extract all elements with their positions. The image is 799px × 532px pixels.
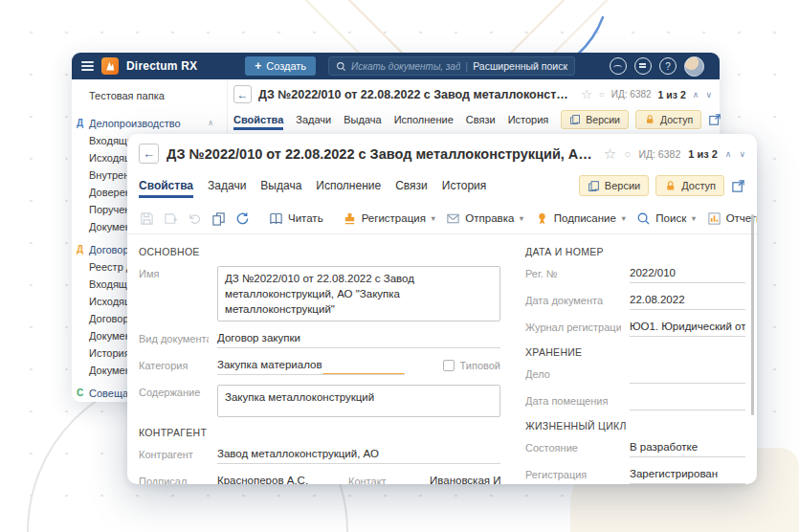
typical-checkbox[interactable]: Типовой (413, 358, 500, 371)
chevron-up-icon[interactable]: ∧ (208, 115, 213, 132)
app-title: Directum RX (126, 59, 197, 73)
signed-by-label: Подписал (139, 474, 209, 484)
document-id: ИД: 6382 (638, 148, 680, 160)
favorite-star-icon[interactable]: ☆ (604, 145, 616, 163)
section-main: ОСНОВНОЕ (139, 246, 500, 257)
registration-button[interactable]: Регистрация▼ (343, 211, 437, 226)
advanced-search-link[interactable]: Расширенный поиск (473, 60, 567, 72)
chevron-down-icon: ▼ (690, 214, 697, 223)
folder-letter-icon: Д (77, 241, 83, 258)
tab-relations[interactable]: Связи (466, 114, 496, 125)
counterparty-label: Контрагент (139, 447, 209, 460)
tab-history[interactable]: История (442, 179, 487, 192)
search-input[interactable] (351, 61, 460, 72)
reg-journal-field[interactable]: ЮО1. Юридический отдел_1 (630, 320, 745, 337)
form-right-column: ДАТА И НОМЕР Рег. № 2022/010 Дата докуме… (525, 236, 745, 484)
tab-properties[interactable]: Свойства (233, 114, 283, 125)
document-title: ДЗ №2022/010 от 22.08.2022 с Завод метал… (258, 88, 574, 101)
category-field[interactable]: Закупка материалов (217, 358, 405, 375)
sidebar-item-test-folder[interactable]: Тестовая папка (72, 87, 227, 104)
access-button[interactable]: Доступ (655, 175, 724, 196)
name-field[interactable]: ДЗ №2022/010 от 22.08.2022 с Завод метал… (217, 266, 500, 321)
document-card: ← ДЗ №2022/010 от 22.08.2022 с Завод мет… (127, 134, 757, 484)
section-lifecycle: ЖИЗНЕННЫЙ ЦИКЛ (525, 420, 745, 432)
folder-letter-icon: Д (77, 115, 83, 132)
versions-button[interactable]: Версии (579, 175, 649, 196)
versions-icon (569, 114, 581, 125)
pager: 1 из 2 (658, 89, 686, 100)
book-icon (269, 211, 283, 226)
global-search[interactable]: | Расширенный поиск (328, 56, 575, 76)
open-in-window-icon[interactable] (731, 179, 745, 193)
search-icon (636, 211, 651, 226)
tab-history[interactable]: История (508, 114, 549, 125)
hamburger-menu-icon[interactable] (81, 61, 94, 71)
user-avatar[interactable] (684, 56, 704, 77)
favorite-star-icon[interactable]: ☆ (581, 87, 592, 101)
versions-icon (588, 180, 600, 192)
chart-icon (707, 211, 721, 226)
chevron-down-icon[interactable]: ∨ (739, 149, 745, 159)
chevron-up-icon[interactable]: ∧ (725, 149, 732, 159)
doc-date-field[interactable]: 22.08.2022 (630, 293, 745, 310)
checkbox-icon (443, 360, 455, 371)
state-label: Состояние (525, 440, 621, 454)
subject-label: Содержание (139, 385, 209, 398)
back-button[interactable]: ← (139, 144, 159, 164)
create-button[interactable]: + Создать (245, 56, 316, 76)
doc-kind-field[interactable]: Договор закупки (217, 331, 500, 348)
tab-issue[interactable]: Выдача (260, 179, 301, 192)
state-field[interactable]: В разработке (630, 440, 745, 457)
reg-no-field[interactable]: 2022/010 (630, 266, 745, 283)
status-circle-icon[interactable]: ○ (624, 147, 631, 161)
tab-tasks[interactable]: Задачи (208, 179, 246, 192)
versions-button[interactable]: Версии (561, 110, 629, 129)
seal-icon (535, 211, 549, 226)
back-button[interactable]: ← (233, 85, 252, 103)
placement-date-field[interactable] (630, 393, 745, 410)
open-in-window-icon[interactable] (708, 113, 721, 126)
contact-field[interactable]: Ивановская И.И. (430, 474, 500, 484)
card-toolbar: Читать Регистрация▼ Отправка▼ Подписание… (127, 207, 757, 234)
copy-icon[interactable] (211, 211, 226, 226)
envelope-icon (446, 211, 460, 226)
chevron-down-icon: ▼ (518, 214, 524, 223)
tab-properties[interactable]: Свойства (139, 179, 193, 192)
category-label: Категория (139, 358, 209, 371)
read-button[interactable]: Читать (269, 211, 323, 226)
search-divider: | (465, 60, 468, 72)
access-button[interactable]: Доступ (635, 110, 701, 129)
reports-button[interactable]: Отчеты▼ (707, 211, 757, 226)
contact-label: Контакт (348, 474, 421, 484)
vertical-scrollbar[interactable] (751, 214, 754, 415)
tab-execution[interactable]: Исполнение (316, 179, 381, 192)
app-header: Directum RX + Создать | Расширенный поис… (72, 53, 720, 79)
document-id: ИД: 6382 (611, 89, 652, 100)
help-icon[interactable]: ? (659, 57, 677, 75)
status-circle-icon[interactable]: ○ (599, 89, 605, 100)
registration-state-field[interactable]: Зарегистрирован (630, 467, 745, 484)
counterparty-field[interactable]: Завод металлоконструкций, АО (217, 447, 500, 464)
lock-icon (664, 180, 677, 192)
chevron-down-icon[interactable]: ∨ (705, 90, 712, 100)
badge-icon[interactable] (634, 57, 652, 75)
sidebar-item-records-management[interactable]: Д Делопроизводство ∧ (72, 115, 227, 132)
globe-icon[interactable] (610, 57, 627, 75)
subject-field[interactable]: Закупка металлоконструкций (217, 385, 500, 417)
sign-button[interactable]: Подписание▼ (535, 211, 628, 226)
tab-relations[interactable]: Связи (395, 179, 428, 192)
tab-tasks[interactable]: Задачи (296, 114, 331, 125)
case-file-label: Дело (525, 366, 621, 380)
chevron-down-icon: ▼ (620, 214, 627, 223)
directum-logo-icon (101, 57, 119, 75)
search-button[interactable]: Поиск▼ (636, 211, 697, 226)
chevron-up-icon[interactable]: ∧ (693, 90, 699, 100)
placement-date-label: Дата помещения (525, 393, 621, 407)
tab-execution[interactable]: Исполнение (394, 114, 454, 125)
properties-form: ОСНОВНОЕ Имя ДЗ №2022/010 от 22.08.2022 … (139, 234, 745, 484)
signed-by-field[interactable]: Красноперов А.С. (217, 474, 340, 484)
case-file-field[interactable] (630, 366, 745, 384)
refresh-icon[interactable] (235, 211, 250, 226)
tab-issue[interactable]: Выдача (344, 114, 381, 125)
send-button[interactable]: Отправка▼ (446, 211, 524, 226)
